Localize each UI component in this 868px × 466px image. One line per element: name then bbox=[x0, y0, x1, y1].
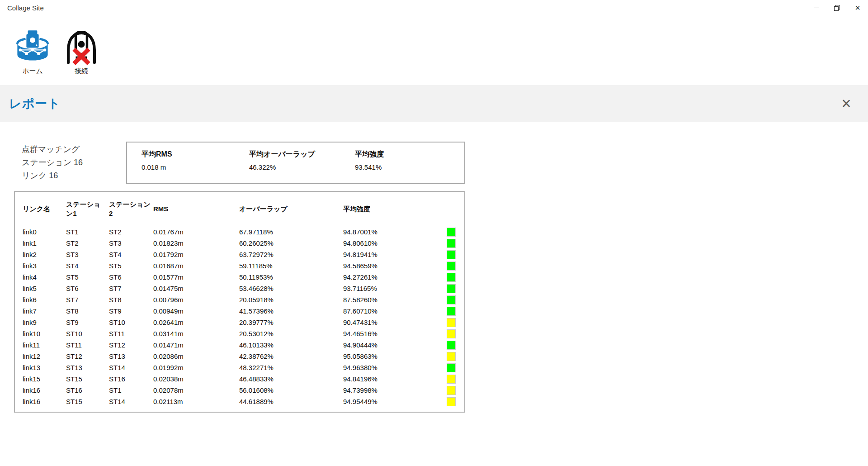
table-row[interactable]: link4ST5ST60.01577m50.11953%94.27261% bbox=[15, 271, 464, 283]
cell-st2: ST12 bbox=[109, 339, 153, 351]
table-row[interactable]: link6ST7ST80.00796m20.05918%87.58260% bbox=[15, 294, 464, 305]
status-square-yellow bbox=[447, 386, 456, 395]
cell-overlap: 42.38762% bbox=[239, 351, 343, 362]
restore-icon bbox=[834, 5, 840, 11]
cell-overlap: 46.48833% bbox=[239, 373, 343, 385]
cell-status bbox=[447, 396, 464, 407]
stat-value: 46.322% bbox=[249, 163, 315, 171]
cell-st2: ST9 bbox=[109, 305, 153, 317]
cell-rms: 0.02038m bbox=[153, 373, 239, 385]
cell-rms: 0.02641m bbox=[153, 317, 239, 328]
stat-label: 平均強度 bbox=[355, 150, 384, 159]
cell-link: link10 bbox=[15, 328, 66, 339]
cell-rms: 0.01475m bbox=[153, 283, 239, 294]
cell-status bbox=[447, 260, 464, 271]
column-header: ステーション1 bbox=[66, 192, 109, 226]
app-window: { "window": { "title": "Collage Site", "… bbox=[0, 0, 868, 466]
cell-rms: 0.02078m bbox=[153, 385, 239, 396]
cell-rms: 0.01471m bbox=[153, 339, 239, 351]
minimize-button[interactable] bbox=[806, 0, 826, 15]
cell-intensity: 87.60710% bbox=[343, 305, 447, 317]
cell-st2: ST8 bbox=[109, 294, 153, 305]
close-button[interactable]: × bbox=[847, 0, 868, 15]
cell-st1: ST12 bbox=[66, 351, 109, 362]
cell-link: link0 bbox=[15, 226, 66, 238]
cell-st2: ST4 bbox=[109, 249, 153, 260]
cell-st2: ST5 bbox=[109, 260, 153, 271]
status-square-green bbox=[447, 295, 456, 304]
cell-overlap: 59.11185% bbox=[239, 260, 343, 271]
toolbar-button-home[interactable]: ホーム bbox=[12, 28, 53, 76]
link-count: リンク 16 bbox=[22, 169, 83, 182]
cell-overlap: 44.61889% bbox=[239, 396, 343, 407]
table-row[interactable]: link2ST3ST40.01792m63.72972%94.81941% bbox=[15, 249, 464, 260]
status-square-yellow bbox=[447, 375, 456, 384]
summary-stat: 平均RMS0.018 m bbox=[142, 150, 172, 171]
table-row[interactable]: link9ST9ST100.02641m20.39777%90.47431% bbox=[15, 317, 464, 328]
table-row[interactable]: link13ST13ST140.01992m48.32271%94.96380% bbox=[15, 362, 464, 373]
report-close-button[interactable]: × bbox=[835, 93, 857, 114]
cell-status bbox=[447, 226, 464, 238]
station-disconnect-icon bbox=[62, 28, 100, 66]
minimize-icon bbox=[814, 8, 819, 8]
cell-status bbox=[447, 238, 464, 249]
cell-intensity: 94.90444% bbox=[343, 339, 447, 351]
table-row[interactable]: link0ST1ST20.01767m67.97118%94.87001% bbox=[15, 226, 464, 238]
cell-st1: ST3 bbox=[66, 249, 109, 260]
table-row[interactable]: link3ST4ST50.01687m59.11185%94.58659% bbox=[15, 260, 464, 271]
cell-st2: ST1 bbox=[109, 385, 153, 396]
links-table: リンク名ステーション1ステーション2RMSオーバーラップ平均強度 link0ST… bbox=[15, 192, 464, 407]
status-square-green bbox=[447, 239, 456, 248]
cell-link: link6 bbox=[15, 294, 66, 305]
cell-rms: 0.00796m bbox=[153, 294, 239, 305]
cell-status bbox=[447, 283, 464, 294]
cell-st1: ST15 bbox=[66, 396, 109, 407]
summary-stat: 平均オーバーラップ46.322% bbox=[249, 150, 315, 171]
restore-button[interactable] bbox=[826, 0, 847, 15]
report-header-band: レポート × bbox=[0, 85, 868, 122]
table-row[interactable]: link16ST16ST10.02078m56.01608%94.73998% bbox=[15, 385, 464, 396]
cell-overlap: 46.10133% bbox=[239, 339, 343, 351]
cell-intensity: 93.71165% bbox=[343, 283, 447, 294]
cell-intensity: 94.87001% bbox=[343, 226, 447, 238]
table-row[interactable]: link1ST2ST30.01823m60.26025%94.80610% bbox=[15, 238, 464, 249]
stat-label: 平均RMS bbox=[142, 150, 172, 159]
cell-link: link16 bbox=[15, 385, 66, 396]
table-row[interactable]: link15ST15ST160.02038m46.48833%94.84196% bbox=[15, 373, 464, 385]
cell-link: link15 bbox=[15, 373, 66, 385]
station-count: ステーション 16 bbox=[22, 156, 83, 169]
report-title: レポート bbox=[9, 95, 61, 112]
cell-st2: ST14 bbox=[109, 362, 153, 373]
column-header: リンク名 bbox=[15, 192, 66, 226]
cell-rms: 0.01792m bbox=[153, 249, 239, 260]
table-row[interactable]: link11ST11ST120.01471m46.10133%94.90444% bbox=[15, 339, 464, 351]
cell-rms: 0.02113m bbox=[153, 396, 239, 407]
cell-overlap: 50.11953% bbox=[239, 271, 343, 283]
cell-intensity: 94.80610% bbox=[343, 238, 447, 249]
table-row[interactable]: link12ST12ST130.02086m42.38762%95.05863% bbox=[15, 351, 464, 362]
status-square-yellow bbox=[447, 352, 456, 361]
cell-overlap: 20.05918% bbox=[239, 294, 343, 305]
cell-status bbox=[447, 271, 464, 283]
cell-status bbox=[447, 294, 464, 305]
toolbar-label-connect: 接続 bbox=[61, 67, 102, 76]
table-row[interactable]: link16ST15ST140.02113m44.61889%94.95449% bbox=[15, 396, 464, 407]
status-square-green bbox=[447, 273, 456, 282]
cell-link: link2 bbox=[15, 249, 66, 260]
cell-link: link5 bbox=[15, 283, 66, 294]
summary-stats-panel: 平均RMS0.018 m平均オーバーラップ46.322%平均強度93.541% bbox=[126, 142, 465, 184]
table-row[interactable]: link5ST6ST70.01475m53.46628%93.71165% bbox=[15, 283, 464, 294]
cell-st1: ST5 bbox=[66, 271, 109, 283]
cell-intensity: 94.73998% bbox=[343, 385, 447, 396]
summary-stat: 平均強度93.541% bbox=[355, 150, 384, 171]
cell-st1: ST11 bbox=[66, 339, 109, 351]
cell-overlap: 20.53012% bbox=[239, 328, 343, 339]
cell-link: link11 bbox=[15, 339, 66, 351]
toolbar-button-connect[interactable]: 接続 bbox=[61, 28, 102, 76]
cell-status bbox=[447, 339, 464, 351]
cell-status bbox=[447, 317, 464, 328]
cell-st2: ST10 bbox=[109, 317, 153, 328]
table-row[interactable]: link7ST8ST90.00949m41.57396%87.60710% bbox=[15, 305, 464, 317]
cell-rms: 0.01992m bbox=[153, 362, 239, 373]
table-row[interactable]: link10ST10ST110.03141m20.53012%94.46516% bbox=[15, 328, 464, 339]
